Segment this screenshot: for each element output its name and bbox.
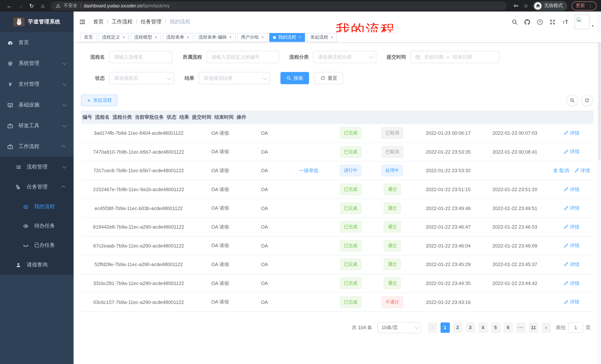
row-action-link[interactable]: 详情 [563, 280, 580, 287]
prev-page-button[interactable]: ‹ [428, 322, 437, 333]
close-icon[interactable]: × [123, 35, 125, 39]
sidebar-item[interactable]: 任务管理 [0, 177, 74, 197]
breadcrumb-item[interactable]: 工作流程 [112, 19, 141, 25]
close-icon[interactable]: × [331, 35, 333, 39]
update-button[interactable]: 更新 ⋮ [572, 1, 597, 10]
page-button[interactable]: 3 [466, 322, 475, 333]
process-def-input[interactable] [207, 51, 279, 63]
sidebar-item[interactable]: 基础设施 [0, 95, 74, 115]
task-link[interactable]: 一级审批 [299, 167, 319, 174]
page-button[interactable]: 4 [478, 322, 488, 333]
sidebar-item[interactable]: 工作流程 [0, 136, 74, 157]
tab[interactable]: 发起流程 × [307, 33, 337, 42]
browser-menu-icon[interactable]: ⋮ [588, 3, 592, 8]
row-action-link[interactable]: 详情 [563, 242, 580, 249]
result-badge: 通过 [384, 202, 401, 214]
refresh-table-button[interactable] [581, 95, 593, 106]
close-icon[interactable]: × [261, 35, 264, 39]
page-button[interactable]: 11 [529, 322, 538, 333]
tab[interactable]: 用户分组 × [237, 33, 268, 42]
home-icon[interactable]: ⌂ [38, 1, 48, 10]
avatar[interactable] [575, 14, 590, 29]
status-select[interactable]: 请选择状态 [109, 72, 174, 84]
close-icon[interactable]: × [299, 35, 301, 39]
sidebar-item[interactable]: 我的流程 [0, 197, 74, 216]
result-badge: 已取消 [382, 146, 403, 158]
page-button[interactable]: 5 [491, 322, 500, 333]
row-action-link[interactable]: 详情 [563, 224, 580, 230]
breadcrumb-item[interactable]: 我的流程 [170, 19, 190, 25]
font-size-icon[interactable] [562, 19, 569, 25]
row-action-link[interactable]: 详情 [563, 130, 580, 136]
search-icon[interactable] [512, 19, 518, 25]
sidebar-item[interactable]: 已办任务 [0, 236, 74, 255]
row-action-link[interactable]: 取消 [553, 167, 569, 174]
github-icon[interactable] [524, 19, 531, 25]
page-scrollbar[interactable] [598, 11, 601, 364]
create-process-button[interactable]: 发起流程 [81, 95, 117, 106]
tab[interactable]: 流程表单-编辑 × [195, 33, 235, 42]
sidebar-item[interactable]: 待办任务 [0, 216, 74, 236]
reset-button[interactable]: 重置 [315, 72, 343, 84]
sidebar-item[interactable]: 流程管理 [0, 157, 74, 177]
address-bar[interactable]: 不安全 dashboard.yudao.iocoder.cn/bpm/task/… [50, 1, 507, 10]
row-action-link[interactable]: 详情 [563, 299, 580, 305]
sidebar-item[interactable]: 研发工具 [0, 115, 74, 136]
process-name-input[interactable] [109, 51, 172, 63]
row-action-link[interactable]: 详情 [563, 149, 580, 155]
reset-button-label: 重置 [328, 75, 337, 81]
sidebar-item[interactable]: 请假查询 [0, 255, 74, 275]
sidebar-item-label: 支付管理 [19, 81, 39, 87]
sidebar-item[interactable]: 系统管理 [0, 53, 74, 74]
result-select[interactable]: 请选择流结果 [199, 72, 270, 84]
sidebar-item[interactable]: 支付管理 [0, 74, 74, 95]
fullscreen-icon[interactable] [550, 19, 556, 25]
sidebar-item[interactable]: 首页 [0, 32, 74, 53]
tab-label: 流程表单-编辑 [199, 34, 227, 40]
row-action-link[interactable]: 详情 [563, 186, 580, 193]
chevron-down-icon [167, 76, 171, 80]
sidebar-item-label: 基础设施 [19, 102, 39, 108]
caret-down-icon[interactable]: ▾ [592, 24, 594, 29]
robot-icon [23, 204, 29, 210]
key-icon[interactable] [513, 3, 519, 9]
chevron-icon [61, 185, 66, 190]
tab[interactable]: 流程表单 × [163, 33, 193, 42]
bookmark-star-icon[interactable]: ☆ [523, 3, 528, 9]
close-icon[interactable]: × [229, 35, 232, 39]
tab[interactable]: 首页 × [80, 33, 97, 42]
chevron-icon [62, 102, 67, 107]
sidebar-item-label: 任务管理 [27, 184, 48, 190]
goto-page-input[interactable] [568, 322, 583, 333]
row-action-link[interactable]: 详情 [563, 205, 580, 211]
tab[interactable]: 流程定义 × [99, 33, 129, 42]
row-action-link[interactable]: 详情 [563, 261, 580, 268]
close-icon[interactable]: × [187, 35, 189, 39]
end-date-placeholder: 结束日期 [453, 54, 472, 60]
breadcrumb-item[interactable]: 任务管理 [141, 19, 170, 25]
search-button[interactable]: 搜索 [280, 72, 309, 84]
table-body: 3ad174fb-7b9d-11ec-8404-acde48001122 OA … [81, 124, 594, 312]
sidebar-toggle-button[interactable] [79, 18, 87, 26]
next-page-button[interactable]: › [541, 322, 551, 333]
page-button[interactable]: ··· [516, 322, 525, 333]
category-select[interactable]: 请选择流程分类 [313, 51, 376, 63]
forward-icon[interactable]: → [16, 1, 25, 10]
page-button[interactable]: 2 [453, 322, 462, 333]
submit-time-range-picker[interactable]: 开始日期 - 结束日期 [411, 51, 500, 63]
page-button[interactable]: 6 [503, 322, 513, 333]
toggle-search-button[interactable] [566, 95, 578, 106]
back-icon[interactable]: ← [4, 1, 14, 10]
status-badge: 已完成 [340, 221, 361, 233]
page-button[interactable]: 1 [440, 322, 450, 333]
close-icon[interactable]: × [155, 35, 157, 39]
breadcrumb-item[interactable]: 首页 [93, 19, 112, 25]
help-icon[interactable] [537, 19, 543, 25]
scrollbar-thumb[interactable] [598, 38, 601, 160]
tab[interactable]: 流程模型 × [130, 33, 161, 42]
reload-icon[interactable]: ↻ [27, 1, 36, 10]
page-size-select[interactable]: 10条/页 [377, 322, 421, 333]
tab[interactable]: 我的流程 × [269, 33, 305, 42]
app-logo[interactable]: 芋道管理系统 [0, 11, 74, 32]
row-action-link[interactable]: 详情 [574, 167, 590, 174]
